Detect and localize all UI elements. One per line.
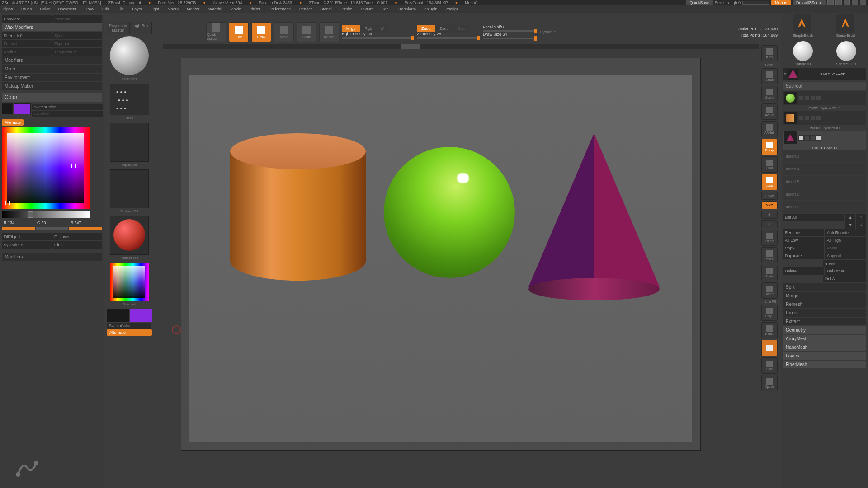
mrgb-button[interactable]: Mrgb (342, 25, 360, 32)
subtool-header[interactable]: SubTool (783, 82, 866, 90)
minimize-icon[interactable] (844, 0, 850, 5)
paste-button[interactable]: Paste (825, 244, 866, 252)
menu-macro[interactable]: Macro (167, 7, 179, 11)
edit-button[interactable]: Edit (229, 22, 249, 42)
stroke-thumb[interactable] (110, 84, 149, 115)
insert-slot-7[interactable]: Insert 7 (783, 201, 866, 213)
wax-strength[interactable]: Strength 0 (2, 32, 52, 39)
extract-header[interactable]: Extract (783, 318, 866, 325)
rgb-intensity-slider[interactable] (342, 37, 414, 39)
menu-layer[interactable]: Layer (132, 7, 142, 11)
polyf-button[interactable]: PolyF (761, 305, 778, 321)
filllayer-button[interactable]: FillLayer (52, 233, 102, 240)
color-picker[interactable] (2, 127, 90, 209)
merge-header[interactable]: Merge (783, 292, 866, 300)
floor-button[interactable]: Floor (761, 156, 778, 173)
menu-tool[interactable]: Tool (382, 7, 390, 11)
simplebrush-item[interactable]: SimpleBrush (793, 14, 813, 38)
scale-button[interactable]: Scale (297, 22, 316, 42)
alllow-button[interactable]: All Low (783, 237, 824, 244)
sphere3d-1-item[interactable]: Sphere3D_1 (836, 41, 856, 66)
actual-button[interactable]: Actual (761, 103, 778, 120)
wax-header[interactable]: Wax Modifiers (2, 23, 102, 31)
seethrough-slider[interactable] (742, 1, 769, 5)
menu-stroke[interactable]: Stroke (340, 7, 352, 11)
mixer-header[interactable]: Mixer (2, 65, 102, 73)
environment-header[interactable]: Environment (2, 74, 102, 81)
drawsize-slider[interactable] (483, 38, 537, 39)
zcut-button[interactable]: Zcut (453, 25, 471, 32)
mini-switchcolor[interactable]: SwitchColor (107, 323, 151, 329)
frame-button[interactable]: Frame (761, 230, 778, 246)
transp-button[interactable]: Transp (761, 322, 778, 338)
delall-button[interactable]: Del All (823, 275, 866, 282)
clear-button[interactable]: Clear (52, 241, 102, 249)
menu-draw[interactable]: Draw (85, 7, 94, 11)
mini-swatch-1[interactable] (107, 309, 129, 322)
ghost-button[interactable] (761, 340, 778, 356)
primary-color-swatch[interactable] (14, 103, 31, 114)
window-button-1[interactable] (827, 0, 834, 5)
autoreorder-button[interactable]: AutoReorder (825, 229, 866, 236)
syspalette-button[interactable]: SysPalette (2, 241, 52, 249)
nav-rotate-button[interactable]: Rotate (761, 282, 778, 299)
wax-exponent[interactable]: Exponent (52, 40, 102, 47)
rgb-intensity[interactable]: Rgb Intensity 100 (342, 32, 414, 36)
texture-thumb[interactable] (110, 169, 149, 208)
color-marker-2[interactable] (5, 201, 10, 205)
duplicate-button[interactable]: Duplicate (783, 252, 824, 259)
z-intensity[interactable]: Z Intensity 25 (417, 32, 480, 36)
move-bottom-icon[interactable]: ⤓ (856, 221, 866, 229)
maximize-icon[interactable] (852, 0, 858, 5)
split-header[interactable]: Split (783, 283, 866, 291)
pivot-icon[interactable]: ⊕ (761, 211, 778, 219)
layers-header[interactable]: Layers (783, 352, 866, 360)
color-header[interactable]: Color (2, 93, 102, 102)
menu-light[interactable]: Light (151, 7, 160, 11)
matcap-header[interactable]: Matcap Maker (2, 82, 102, 90)
mini-swatch-2[interactable] (130, 309, 152, 322)
brush-thumb[interactable] (107, 36, 152, 75)
menu-movie[interactable]: Movie (230, 7, 241, 11)
menus-toggle[interactable]: Menus (771, 0, 791, 5)
wax-fresnel[interactable]: Fresnel (2, 40, 52, 47)
menu-brush[interactable]: Brush (21, 7, 32, 11)
draw-size[interactable]: Draw Size 64 (483, 32, 537, 37)
append-button[interactable]: Append (825, 252, 866, 259)
wax-radius[interactable]: Radius (2, 48, 52, 56)
allhigh-button[interactable]: All High (825, 237, 866, 244)
spix-label[interactable]: SPix 3 (761, 63, 779, 67)
menu-transform[interactable]: Transform (397, 7, 416, 11)
target-icon[interactable]: ⊙ (761, 220, 778, 228)
insert-slot-4[interactable]: Insert 4 (783, 163, 866, 175)
canvas[interactable] (181, 58, 701, 451)
menu-zscript[interactable]: Zscript (446, 7, 458, 11)
xyz-button[interactable]: XYZ (761, 201, 778, 209)
move-up-icon[interactable]: ▲ (845, 214, 855, 221)
rename-button[interactable]: Rename (783, 229, 824, 236)
cylinder-object[interactable] (230, 133, 366, 296)
mini-color-picker[interactable] (110, 263, 149, 301)
menu-document[interactable]: Document (58, 7, 76, 11)
dynamic-label[interactable]: Dynamic (540, 30, 556, 34)
pastemat-button[interactable]: PasteMat (52, 15, 102, 23)
r-value[interactable]: R 134 (4, 221, 33, 225)
arraymesh-header[interactable]: ArrayMesh (783, 335, 866, 343)
subtool-cylinder[interactable] (783, 111, 866, 125)
remesh-header[interactable]: Remesh (783, 300, 866, 308)
b-value[interactable]: B 247 (71, 221, 100, 225)
nanomesh-header[interactable]: NanoMesh (783, 343, 866, 351)
focal-shift[interactable]: Focal Shift 0 (483, 25, 537, 29)
zoom-button[interactable]: Zoom (761, 86, 778, 102)
modifiers-header[interactable]: Modifiers (2, 56, 102, 64)
menu-color[interactable]: Color (40, 7, 50, 11)
window-button-2[interactable] (835, 0, 842, 5)
m-button[interactable]: M (377, 25, 389, 32)
menu-alpha[interactable]: Alpha (3, 7, 13, 11)
move-button[interactable]: Move (274, 22, 294, 42)
nav-scale-button[interactable]: Scale (761, 265, 778, 281)
menu-material[interactable]: Material (208, 7, 222, 11)
geometry-header[interactable]: Geometry (783, 326, 866, 334)
lightbox-button[interactable]: LightBox (129, 22, 152, 34)
listall-button[interactable]: List All (783, 214, 844, 221)
